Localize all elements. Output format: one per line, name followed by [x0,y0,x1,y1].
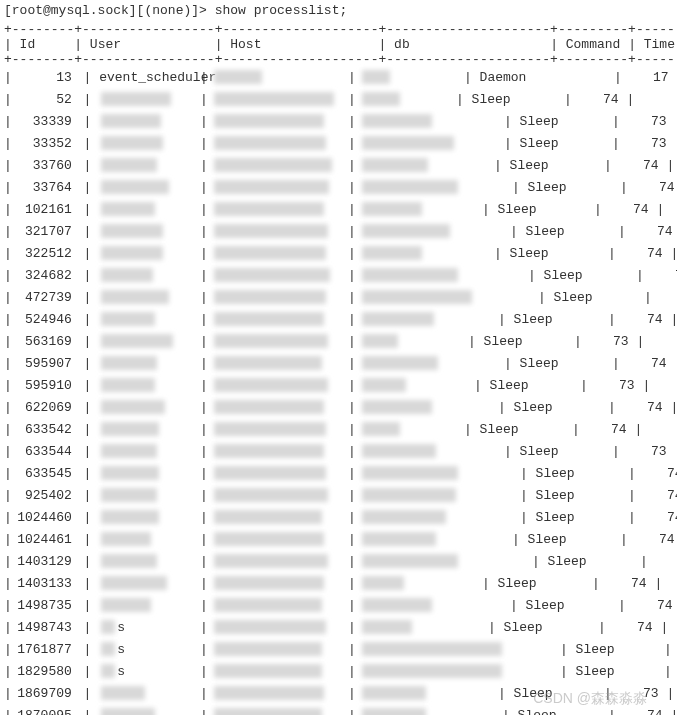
table-row: |633544 | | | | Sleep| 73 | [4,440,673,462]
cell-id: 1403129 [12,555,76,568]
prompt-command: show processlist; [215,3,348,18]
cell-db-blurred [362,202,422,216]
cell-host-blurred [214,290,326,304]
cell-db-blurred [362,70,390,84]
cell-user-blurred [101,422,159,436]
table-row: |13 | event_scheduler | | | Daemon| 17 |… [4,66,673,88]
cell-time: | 74 | [628,489,677,502]
cell-user-blurred [101,334,173,348]
cell-time: | 17 | Wa [614,71,677,84]
cell-db-blurred [362,378,406,392]
cell-db-blurred [362,620,412,634]
cell-db-blurred [362,92,400,106]
cell-db-blurred [362,664,502,678]
cell-user-blurred [101,598,151,612]
cell-command: | Sleep [494,159,549,172]
cell-id: 622069 [12,401,76,414]
cell-time: | 74 | [594,203,664,216]
table-row: |622069 | | | | Sleep| 74 | [4,396,673,418]
cell-user-blurred [101,708,155,715]
cell-host-blurred [214,136,326,150]
cell-command: | Sleep [532,555,587,568]
cell-time: | 74 | [628,511,677,524]
cell-host-blurred [214,356,322,370]
cell-command: | Daemon [464,71,526,84]
cell-id: 1024461 [12,533,76,546]
table-row: |1403133 | | | | Sleep| 74 | [4,572,673,594]
table-row: |322512 | | | | Sleep| 74 | [4,242,673,264]
cell-command: | Sleep [498,687,553,700]
cell-command: | Sleep [504,445,559,458]
table-row: |1024460 | | | | Sleep| 74 | [4,506,673,528]
table-row: |1869709 | | | | Sleep| 73 | [4,682,673,704]
cell-id: 33760 [12,159,76,172]
cell-host-blurred [214,92,334,106]
cell-host-blurred [214,576,324,590]
cell-time: | 7 [664,665,677,678]
cell-user-blurred [101,686,145,700]
cell-id: 633545 [12,467,76,480]
col-command: Command [566,37,621,52]
cell-user-blurred [101,180,169,194]
cell-id: 1498743 [12,621,76,634]
cell-id: 1869709 [12,687,76,700]
cell-command: | Sleep [482,203,537,216]
cell-id: 633542 [12,423,76,436]
cell-host-blurred [214,246,326,260]
cell-time: | 74 | [628,467,677,480]
table-row: |1024461 | | | | Sleep| 74 | [4,528,673,550]
cell-host-blurred [214,488,328,502]
cell-host-blurred [214,400,324,414]
cell-db-blurred [362,114,432,128]
cell-db-blurred [362,642,502,656]
cell-id: 33339 [12,115,76,128]
cell-time: | 74 | [608,709,677,716]
cell-time: | 73 | [612,445,677,458]
cell-host-blurred [214,114,324,128]
cell-user-blurred [101,92,171,106]
cell-user-blurred [101,620,115,634]
cell-time: | 74 | [572,423,642,436]
cell-host-blurred [214,224,328,238]
cell-db-blurred [362,532,436,546]
col-id: Id [20,37,36,52]
cell-user-blurred [101,158,157,172]
table-row: |33352 | | | | Sleep| 73 | [4,132,673,154]
cell-command: | Sleep [504,115,559,128]
cell-user-blurred [101,356,157,370]
cell-command: | Sleep [468,335,523,348]
cell-id: 1403133 [12,577,76,590]
cell-command: | Sleep [512,181,567,194]
cell-command: | Sleep [456,93,511,106]
cell-db-blurred [362,576,404,590]
cell-user-blurred [101,642,115,656]
cell-user-blurred [101,268,153,282]
cell-time: | 74 | [636,269,677,282]
col-user: User [90,37,121,52]
cell-db-blurred [362,136,454,150]
cell-id: 1761877 [12,643,76,656]
cell-db-blurred [362,334,398,348]
prompt-line: [root@mysql.sock][(none)]> show processl… [4,4,673,17]
cell-user-blurred [101,400,165,414]
cell-user-blurred [101,114,161,128]
cell-host-blurred [214,510,322,524]
cell-command: | Sleep [510,599,565,612]
cell-db-blurred [362,290,472,304]
table-row: |472739 | | | | Sleep| 73 | [4,286,673,308]
cell-time: | 74 | [608,247,677,260]
cell-command: | Sleep [474,379,529,392]
col-host: Host [230,37,261,52]
cell-id: 324682 [12,269,76,282]
table-row: |1870095 | | | | Sleep| 74 | [4,704,673,715]
cell-host-blurred [214,642,322,656]
cell-command: | Sleep [504,357,559,370]
cell-user-blurred [101,554,157,568]
cell-db-blurred [362,686,426,700]
cell-db-blurred [362,554,458,568]
cell-id: 633544 [12,445,76,458]
cell-command: | Sleep [512,533,567,546]
cell-user-blurred [101,444,157,458]
cell-time: | 73 | [574,335,644,348]
cell-time: | 74 | [640,555,677,568]
